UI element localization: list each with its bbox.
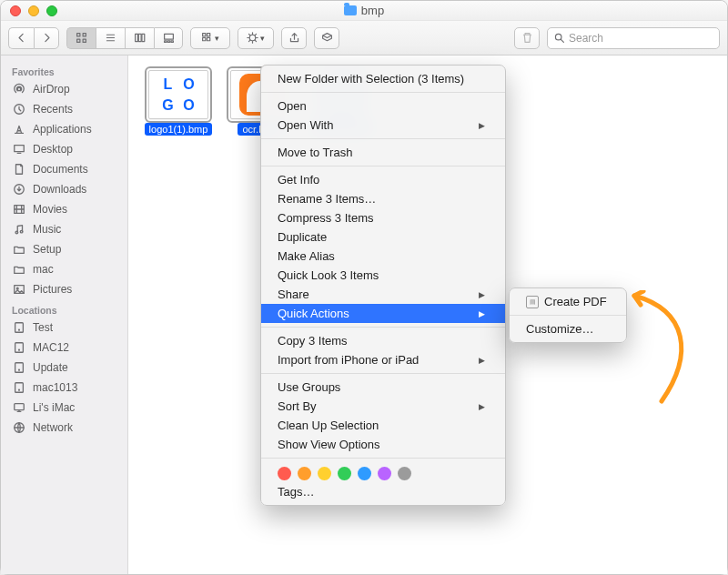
menu-item-open-with[interactable]: Open With <box>261 116 505 135</box>
sidebar-item-music[interactable]: Music <box>1 219 127 239</box>
tag-color-dot[interactable] <box>358 467 371 480</box>
menu-item-rename-3-items[interactable]: Rename 3 Items… <box>261 189 505 208</box>
recents-icon <box>12 102 26 116</box>
svg-rect-8 <box>164 41 166 43</box>
sidebar-item-label: Network <box>33 421 73 434</box>
sidebar-item-downloads[interactable]: Downloads <box>1 179 127 199</box>
menu-item-label: Quick Actions <box>278 307 349 320</box>
sidebar-item-pictures[interactable]: Pictures <box>1 279 127 299</box>
icon-view-button[interactable] <box>66 27 96 49</box>
sidebar-item-movies[interactable]: Movies <box>1 199 127 219</box>
svg-rect-1 <box>83 34 86 36</box>
tag-color-dot[interactable] <box>398 467 411 480</box>
menu-item-show-view-options[interactable]: Show View Options <box>261 435 505 454</box>
tags-button[interactable] <box>314 27 339 49</box>
sidebar-item-li-s-imac[interactable]: Li's iMac <box>1 398 127 418</box>
svg-rect-11 <box>203 34 206 36</box>
file-area[interactable]: LOGOlogo1(1).bmpocr.bmpPmaster.bmp New F… <box>128 55 727 574</box>
menu-item-new-folder-with-selection-3-items[interactable]: New Folder with Selection (3 Items) <box>261 69 505 88</box>
menu-item-get-info[interactable]: Get Info <box>261 170 505 189</box>
menu-item-compress-3-items[interactable]: Compress 3 Items <box>261 208 505 227</box>
pdf-icon: ▤ <box>526 296 539 308</box>
svg-rect-3 <box>83 39 86 42</box>
file-thumbnail: LOGO <box>148 70 208 119</box>
svg-point-17 <box>17 87 21 91</box>
sidebar-item-mac1013[interactable]: mac1013 <box>1 378 127 398</box>
tag-color-dot[interactable] <box>378 467 391 480</box>
sidebar-item-applications[interactable]: Applications <box>1 119 127 139</box>
menu-item-tags[interactable]: Tags… <box>261 482 505 501</box>
svg-rect-34 <box>15 404 25 410</box>
sidebar-item-network[interactable]: Network <box>1 418 127 438</box>
action-button[interactable]: ▾ <box>238 27 274 49</box>
sidebar-item-label: MAC12 <box>33 341 69 354</box>
sidebar-item-update[interactable]: Update <box>1 358 127 378</box>
close-window-button[interactable] <box>10 5 21 16</box>
gallery-view-button[interactable] <box>154 27 183 49</box>
sidebar-item-setup[interactable]: Setup <box>1 239 127 259</box>
tag-color-dot[interactable] <box>318 467 331 480</box>
menu-item-import-from-iphone-or-ipad[interactable]: Import from iPhone or iPad <box>261 350 505 369</box>
movies-icon <box>12 202 26 217</box>
menu-item-clean-up-selection[interactable]: Clean Up Selection <box>261 416 505 435</box>
back-button[interactable] <box>8 27 34 49</box>
sidebar-item-documents[interactable]: Documents <box>1 159 127 179</box>
sidebar-item-mac[interactable]: mac <box>1 259 127 279</box>
file-item[interactable]: LOGOlogo1(1).bmp <box>143 70 214 136</box>
svg-rect-0 <box>77 34 80 36</box>
list-view-button[interactable] <box>96 27 125 49</box>
sidebar-item-desktop[interactable]: Desktop <box>1 139 127 159</box>
svg-rect-13 <box>203 38 206 41</box>
share-button[interactable] <box>281 27 307 49</box>
folder-icon <box>12 262 26 277</box>
menu-item-duplicate[interactable]: Duplicate <box>261 227 505 247</box>
menu-item-label: Clean Up Selection <box>278 419 379 432</box>
menu-item-sort-by[interactable]: Sort By <box>261 397 505 416</box>
sidebar-item-label: Desktop <box>33 143 73 156</box>
search-field[interactable]: Search <box>547 27 720 49</box>
svg-rect-2 <box>77 39 80 42</box>
column-view-button[interactable] <box>125 27 154 49</box>
sidebar-item-mac12[interactable]: MAC12 <box>1 338 127 358</box>
svg-rect-5 <box>138 34 141 41</box>
menu-item-open[interactable]: Open <box>261 96 505 116</box>
group-by-button[interactable]: ▾ <box>190 27 230 49</box>
menu-item-share[interactable]: Share <box>261 285 505 304</box>
trash-button[interactable] <box>514 27 540 49</box>
menu-item-use-groups[interactable]: Use Groups <box>261 378 505 397</box>
menu-item-label: Tags… <box>278 485 314 499</box>
menu-item-copy-3-items[interactable]: Copy 3 Items <box>261 331 505 350</box>
menu-item-quick-look-3-items[interactable]: Quick Look 3 Items <box>261 266 505 285</box>
menu-item-create-pdf[interactable]: ▤Create PDF <box>510 292 626 311</box>
sidebar-item-recents[interactable]: Recents <box>1 99 127 119</box>
zoom-window-button[interactable] <box>46 5 57 16</box>
titlebar: bmp <box>1 1 727 21</box>
sidebar-item-label: Setup <box>33 243 61 256</box>
tag-color-dot[interactable] <box>338 467 351 480</box>
minimize-window-button[interactable] <box>28 5 39 16</box>
svg-rect-7 <box>164 34 173 39</box>
forward-button[interactable] <box>34 27 59 49</box>
disk-icon <box>12 340 26 355</box>
sidebar-item-airdrop[interactable]: AirDrop <box>1 79 127 99</box>
menu-item-move-to-trash[interactable]: Move to Trash <box>261 143 505 162</box>
menu-item-quick-actions[interactable]: Quick Actions <box>261 304 505 323</box>
svg-rect-12 <box>207 34 210 36</box>
tag-color-dot[interactable] <box>278 467 291 480</box>
disk-icon <box>12 380 26 395</box>
sidebar-item-label: Movies <box>33 203 67 216</box>
svg-rect-6 <box>142 34 145 41</box>
imac-icon <box>12 400 26 415</box>
menu-item-label: New Folder with Selection (3 Items) <box>278 72 464 86</box>
menu-item-make-alias[interactable]: Make Alias <box>261 247 505 266</box>
svg-point-25 <box>16 288 18 289</box>
menu-item-label: Make Alias <box>278 249 335 263</box>
menu-item-label: Sort By <box>278 399 317 413</box>
menu-item-label: Use Groups <box>278 380 340 394</box>
menu-item-customize[interactable]: Customize… <box>510 319 626 338</box>
sidebar-item-test[interactable]: Test <box>1 318 127 338</box>
sidebar-item-label: Li's iMac <box>33 401 75 414</box>
quick-actions-submenu: ▤Create PDF Customize… <box>509 288 627 343</box>
search-placeholder: Search <box>569 32 603 45</box>
tag-color-dot[interactable] <box>298 467 311 480</box>
